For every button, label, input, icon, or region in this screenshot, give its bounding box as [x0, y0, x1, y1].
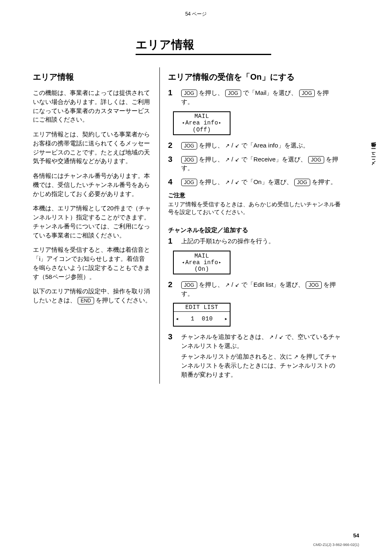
- step4-t3: を押す。: [312, 178, 337, 185]
- arrow-down-icon: ↙: [235, 281, 240, 289]
- arrow-down-icon: ↙: [235, 156, 240, 164]
- step-number: 4: [168, 177, 176, 187]
- step-1: 1 JOG を押し、 JOG で「Mail」を選び、 JOG を押す。: [168, 88, 341, 106]
- slash: /: [231, 142, 233, 149]
- jog-dial-icon: JOG: [225, 90, 241, 97]
- step3-t1: を押し、: [199, 156, 224, 163]
- two-column-layout: エリア情報 この機能は、事業者によっては提供されていない場合があります。詳しくは…: [33, 67, 359, 384]
- jog-dial-icon: JOG: [181, 90, 197, 97]
- step2-t2: で「Area info」を選ぶ。: [241, 142, 309, 149]
- s2-3a: チャンネルを追加するときは、: [181, 333, 267, 340]
- jog-dial-icon: JOG: [181, 156, 197, 164]
- step-number: 2: [168, 141, 176, 150]
- lcd1-line1: MAIL: [194, 113, 209, 120]
- jog-dial-icon: JOG: [181, 142, 197, 150]
- jog-dial-icon: JOG: [308, 156, 324, 164]
- slash: /: [231, 281, 233, 288]
- step-text: JOG を押し、 JOG で「Mail」を選び、 JOG を押す。: [181, 88, 341, 106]
- arrow-up-icon: ↗: [225, 142, 230, 150]
- s2-3d: チャンネルリストが追加されると、次に: [181, 353, 292, 360]
- triangle-left-icon: ◂: [182, 120, 185, 126]
- step-text: JOG を押し、 ↗ / ↙ で「On」を選び、 JOG を押す。: [181, 177, 341, 187]
- step2-t1: を押し、: [199, 142, 224, 149]
- left-column: エリア情報 この機能は、事業者によっては提供されていない場合があります。詳しくは…: [33, 67, 159, 384]
- triangle-left-icon: ◂: [182, 260, 185, 265]
- page-title: エリア情報: [136, 37, 359, 53]
- footer-page-number: 54: [353, 532, 359, 539]
- step4-t1: を押し、: [199, 178, 224, 185]
- intro-paragraph-5: エリア情報を受信すると、本機は着信音と「i」アイコンでお知らせします。着信音を鳴…: [33, 245, 151, 281]
- cancel-note: 以下のエリア情報の設定中、操作を取り消したいときは、 END を押してください。: [33, 287, 151, 305]
- title-underline: [136, 54, 271, 55]
- footer-doc-code: CMD-Z1(J) 3-862-966-02(1): [313, 543, 359, 547]
- intro-paragraph-4: 本機は、エリア情報として20件まで（チャンネルリスト）指定することができます。チ…: [33, 204, 151, 240]
- triangle-left-icon: ◂: [175, 315, 179, 322]
- arrow-up-icon: ↗: [294, 353, 298, 361]
- lcd3-idx: 1: [191, 315, 194, 322]
- step-text: 上記の手順1から2の操作を行う。: [181, 237, 341, 246]
- lcd1-line3: (Off): [193, 127, 211, 133]
- arrow-down-icon: ↙: [235, 142, 240, 150]
- jog-dial-icon: JOG: [181, 179, 197, 186]
- step-number: 3: [168, 332, 176, 379]
- arrow-up-icon: ↗: [225, 156, 230, 164]
- step-number: 1: [168, 88, 176, 106]
- top-page-marker: 54 ページ: [0, 11, 392, 18]
- arrow-up-icon: ↗: [225, 281, 230, 289]
- left-heading: エリア情報: [33, 71, 151, 83]
- arrow-up-icon: ↗: [225, 179, 230, 187]
- intro-paragraph-2: エリア情報とは、契約している事業者からお客様の携帯電話に送られてくるメッセージサ…: [33, 130, 151, 166]
- arrow-down-icon: ↙: [235, 179, 240, 187]
- triangle-right-icon: ▸: [219, 120, 222, 126]
- side-tab-label: メニュー操作: [369, 150, 378, 170]
- triangle-right-icon: ▸: [219, 260, 222, 265]
- step3-t2: で「Receive」を選び、: [241, 156, 307, 163]
- step-text: JOG を押し、 ↗ / ↙ で「Receive」を選び、 JOG を押す。: [181, 155, 341, 173]
- lcd2-line2: Area info: [185, 259, 218, 266]
- arrow-down-icon: ↙: [279, 334, 284, 341]
- lcd3-val: 010: [202, 315, 213, 322]
- slash: /: [275, 333, 277, 340]
- right-heading: エリア情報の受信を「On」にする: [168, 71, 341, 83]
- end-key-icon: END: [78, 297, 94, 304]
- jog-dial-icon: JOG: [181, 281, 197, 289]
- step-number: 2: [168, 280, 176, 298]
- note-block: ご注意 エリア情報を受信するときは、あらかじめ受信したいチャンネル番号を設定して…: [168, 191, 341, 216]
- arrow-up-icon: ↗: [269, 334, 274, 341]
- s2-2a: を押し、: [199, 281, 224, 288]
- step-2: 2 JOG を押し、 ↗ / ↙ で「Area info」を選ぶ。: [168, 141, 341, 150]
- sub-step-1: 1 上記の手順1から2の操作を行う。: [168, 237, 341, 246]
- step-3: 3 JOG を押し、 ↗ / ↙ で「Receive」を選び、 JOG を押す。: [168, 155, 341, 173]
- lcd3-title: EDIT LIST: [174, 304, 230, 311]
- jog-dial-icon: JOG: [299, 90, 315, 97]
- slash: /: [231, 178, 233, 185]
- lcd1-line2: Area info: [185, 120, 218, 126]
- step1-t1: を押し、: [199, 89, 224, 96]
- note-title: ご注意: [168, 191, 341, 200]
- sub-step-3: 3 チャンネルを追加するときは、 ↗ / ↙ で、空いているチャンネルリストを選…: [168, 332, 341, 379]
- intro-paragraph-3: 各情報にはチャンネル番号があります。本機では、受信したいチャンネル番号をあらかじ…: [33, 171, 151, 198]
- lcd-screen-1: MAIL ◂ Area info ▸ (Off): [173, 111, 231, 135]
- step-text: チャンネルを追加するときは、 ↗ / ↙ で、空いているチャンネルリストを選ぶ。…: [181, 332, 341, 379]
- lcd2-line3: (On): [194, 266, 209, 272]
- step-text: JOG を押し、 ↗ / ↙ で「Area info」を選ぶ。: [181, 141, 341, 150]
- intro-paragraph-1: この機能は、事業者によっては提供されていない場合があります。詳しくは、ご利用にな…: [33, 88, 151, 124]
- step-text: JOG を押し、 ↗ / ↙ で「Edit list」を選び、 JOG を押す。: [181, 280, 341, 298]
- note-body: エリア情報を受信するときは、あらかじめ受信したいチャンネル番号を設定しておいてく…: [168, 201, 341, 216]
- page: 54 ページ エリア情報 エリア情報 この機能は、事業者によっては提供されていな…: [0, 0, 392, 555]
- right-column: エリア情報の受信を「On」にする 1 JOG を押し、 JOG で「Mail」を…: [160, 67, 359, 384]
- s2-2c: で「Edit list」を選び、: [241, 281, 304, 288]
- lcd-screen-2: MAIL ◂ Area info ▸ (On): [173, 251, 231, 274]
- slash: /: [231, 156, 233, 163]
- subheading-channel: チャンネルを設定／追加する: [168, 226, 341, 234]
- lcd2-line1: MAIL: [194, 253, 209, 259]
- jog-dial-icon: JOG: [306, 281, 322, 289]
- step-number: 1: [168, 237, 176, 246]
- triangle-right-icon: ▸: [224, 315, 228, 322]
- jog-dial-icon: JOG: [294, 179, 310, 186]
- lcd-screen-3: EDIT LIST ◂ 1 010 ▸: [173, 303, 231, 327]
- step1-t2: で「Mail」を選び、: [243, 89, 297, 96]
- cancel-note-text-2: を押してください。: [96, 297, 151, 304]
- step-number: 3: [168, 155, 176, 173]
- step4-t2: で「On」を選び、: [241, 178, 293, 185]
